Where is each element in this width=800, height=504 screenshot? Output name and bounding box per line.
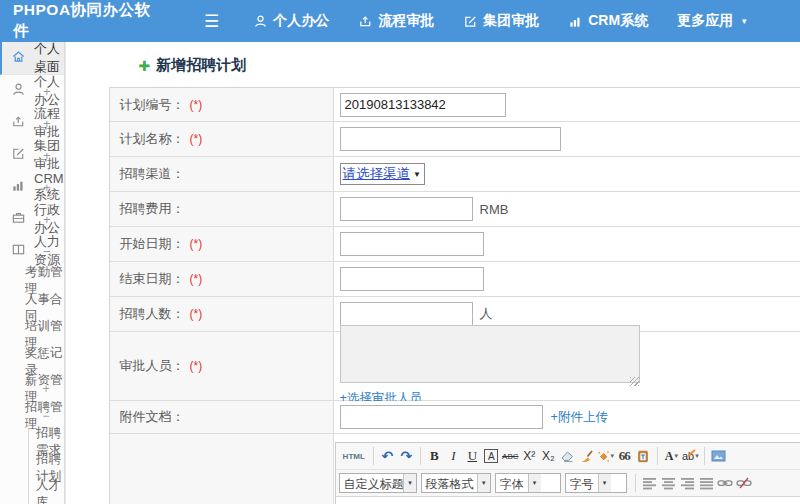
toolbar-separator [635,474,636,492]
edit-approve-icon [11,146,34,164]
expand-plus-icon[interactable]: + [43,212,51,227]
align-justify-icon [699,477,714,490]
sidebar-item-talent-pool[interactable]: 人才库 [29,481,64,504]
plan-name-input[interactable] [340,127,561,151]
collapse-minus-icon[interactable]: − [43,244,51,259]
redo-button[interactable]: ↷ [397,446,416,466]
nav-item-flow-approval[interactable]: 流程审批 [358,12,434,30]
nav-item-group-approval[interactable]: 集团审批 [463,12,539,30]
remove-format-button[interactable] [558,446,577,466]
attachment-input[interactable] [340,405,543,429]
html-source-button[interactable]: HTML [339,452,369,461]
hamburger-icon[interactable]: ☰ [204,11,219,32]
attachment-upload-link[interactable]: +附件上传 [551,409,608,426]
fee-input[interactable] [340,197,473,221]
field-label-cell: 审批人员： (*) [110,332,334,400]
font-family-combo[interactable]: 字体 ▾ [495,473,561,493]
caret-down-icon: ▾ [598,474,611,492]
align-left-button[interactable] [640,473,659,493]
font-color-button[interactable]: A ▾ [662,446,681,466]
expand-plus-icon[interactable]: + [43,84,51,99]
highlight-color-button[interactable]: ab ▾ [681,446,700,466]
collapse-minus-icon[interactable]: − [43,409,50,423]
page-header: ✚ 新增招聘计划 [66,42,800,87]
insert-image-button[interactable] [709,446,728,466]
end-date-input[interactable] [340,267,484,291]
custom-title-combo[interactable]: 自定义标题 ▾ [339,473,417,493]
nav-label: 集团审批 [483,12,539,30]
approvers-textarea[interactable] [340,325,640,383]
expand-plus-icon[interactable]: + [43,148,51,163]
sidebar-item-personal-desktop[interactable]: 个人桌面 [0,42,64,75]
nav-item-more-apps[interactable]: 更多应用 ▼ [677,12,748,30]
nav-label: CRM系统 [588,12,648,30]
sidebar-item-admin-office[interactable]: 行政办公 + [0,203,64,235]
recruit-submenu: 招聘需求 招聘计划 人才库 [28,429,64,504]
expand-plus-icon[interactable]: + [43,180,51,195]
superscript-button[interactable]: X² [520,446,539,466]
unlink-icon [736,477,752,489]
underline-button[interactable]: U [463,446,482,466]
toolbar-separator [420,447,421,465]
highlight-ab-icon: ab [682,450,694,462]
sidebar-item-personal-office[interactable]: 个人办公 + [0,75,64,107]
sidebar-item-hr[interactable]: 人力资源 − [0,235,64,267]
eraser-icon [560,449,574,463]
user-icon [253,14,268,29]
user-icon [11,82,34,100]
align-center-button[interactable] [659,473,678,493]
headcount-unit-label: 人 [480,305,493,323]
required-marker: (*) [190,272,203,286]
nav-item-crm[interactable]: CRM系统 [568,12,648,30]
bold-button[interactable]: B [425,446,444,466]
insert-link-button[interactable] [716,473,735,493]
field-value-cell: +选择审批人员 [334,332,800,400]
nav-item-personal-office[interactable]: 个人办公 [253,12,329,30]
combo-value: 自定义标题 [340,474,404,492]
paragraph-format-combo[interactable]: 段落格式 ▾ [421,473,491,493]
undo-button[interactable]: ↶ [378,446,397,466]
add-plus-icon: ✚ [139,58,151,74]
expand-plus-icon[interactable]: + [43,382,50,396]
edit-approve-icon [463,14,478,29]
field-label: 招聘费用： [120,200,185,218]
subscript-button[interactable]: X₂ [539,446,558,466]
app-logo: PHPOA协同办公软件 [0,0,162,42]
field-value-cell [334,88,800,121]
align-right-icon [680,477,695,490]
editor-content-area[interactable] [336,497,800,504]
char-border-button[interactable]: A [482,446,501,466]
start-date-input[interactable] [340,232,484,256]
field-label: 附件文档： [120,408,185,426]
format-painter-button[interactable]: ▾ [596,446,615,466]
field-label-cell: 附件文档： [110,401,334,433]
align-justify-button[interactable] [697,473,716,493]
sidebar-item-crm[interactable]: CRM系统 + [0,171,64,203]
channel-select[interactable]: 请选择渠道 ▼ [340,163,425,185]
blockquote-button[interactable]: 66 [615,446,634,466]
field-value-cell: 请选择渠道 ▼ [334,157,800,191]
form-row-fee: 招聘费用： RMB [110,192,800,227]
field-label-cell: 计划编号： (*) [110,88,334,121]
sidebar-item-group-approval[interactable]: 集团审批 + [0,139,64,171]
sidebar-item-flow-approval[interactable]: 流程审批 + [0,107,64,139]
clear-doc-button[interactable] [577,446,596,466]
combo-value: 字体 [496,474,528,492]
sidebar-item-recruit-mgmt[interactable]: 招聘管理 − [0,402,64,429]
plan-number-input[interactable] [340,93,506,117]
field-label: 招聘人数： [120,305,185,323]
unlink-button[interactable] [735,473,754,493]
headcount-input[interactable] [340,302,473,326]
expand-plus-icon[interactable]: + [43,116,51,131]
rich-text-editor: HTML ↶ ↷ B I U A ABC X² X₂ [335,442,800,504]
field-value-cell: +附件上传 [334,401,800,433]
align-right-button[interactable] [678,473,697,493]
strikethrough-button[interactable]: ABC [501,446,520,466]
paste-text-button[interactable] [634,446,653,466]
italic-button[interactable]: I [444,446,463,466]
fee-unit-label: RMB [480,202,509,217]
caret-down-icon: ▼ [413,170,421,179]
flow-approve-icon [11,114,34,132]
field-label: 审批人员： [120,357,185,375]
font-size-combo[interactable]: 字号 ▾ [565,473,627,493]
